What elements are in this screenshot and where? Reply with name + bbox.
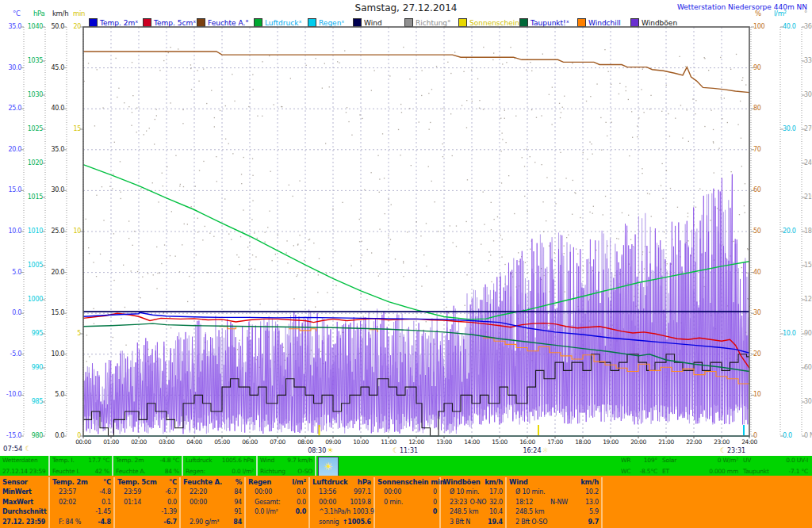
table-column-feuchte-a-: Feuchte A.%22:208400:0094912.90 g/m³84 [181, 477, 246, 528]
corner-time-label: 07:54 [3, 445, 23, 453]
table-row: F: 84 %-4.8 [52, 518, 111, 528]
table-cell-value: 0 [433, 488, 437, 498]
table-row: 00:001019.8 [312, 498, 371, 508]
table-cell-time: 13:56 [312, 488, 336, 498]
column-unit: l/m² [292, 477, 306, 488]
table-cell-time: 23:57 [52, 488, 76, 498]
column-unit: km/h [485, 477, 503, 488]
x-tick-label: 18:00 [575, 438, 591, 446]
x-tick-label: 04:00 [186, 438, 202, 446]
table-row: 13:56997.1 [312, 488, 371, 498]
current-values-bar-right: WR109°WC-8.5°CSolar0 W/m²ET0.000 mmUV0.0… [619, 456, 810, 476]
infobar-row: Feuchte I.42 % [52, 468, 109, 476]
table-row: Gesamt:0.0 [248, 498, 306, 508]
table-row: ^3.1hPa/h1003.9 [312, 507, 371, 518]
infobar-label: 27.12.14 23:59 [2, 468, 46, 476]
infobar-label: Luftdruck [186, 457, 213, 465]
table-cell-value: 0 [433, 507, 437, 518]
axis-rail-hpa [42, 27, 45, 436]
table-row: 00:000.0 [248, 488, 306, 498]
table-cell-value: ↑1005.6 [343, 518, 371, 528]
table-cell-value: 1019.8 [350, 498, 371, 508]
table-cell-value: 0 [433, 498, 437, 508]
table-column-temp-2m: Temp. 2m°C23:57-4.802:020.1-1.45F: 84 %-… [50, 477, 115, 528]
x-tick-label: 21:00 [658, 438, 674, 446]
infobar-label: Feuchte I. [52, 468, 80, 476]
table-cell-value: 5.9 [589, 507, 599, 518]
moonrise-time: 07:54 ☾ [3, 445, 32, 453]
table-cell-value: 91 [234, 507, 242, 518]
table-column-luftdruck: LuftdruckhPa13:56997.100:001019.8^3.1hPa… [310, 477, 375, 528]
axis-event: 16:24☼ [523, 446, 548, 454]
table-cell-value: 84 [233, 518, 242, 528]
sun-icon: ☀ [327, 446, 333, 454]
table-cell-value: 19.4 [488, 518, 503, 528]
table-cell-value: 0.1 [102, 498, 111, 508]
x-tick-label: 05:00 [214, 438, 230, 446]
infobar-value: 0.0 UV-I [786, 457, 808, 465]
table-row: sonnig↑1005.6 [312, 518, 371, 528]
table-cell-value: -6.7 [165, 488, 177, 498]
table-row: 22:2084 [183, 488, 242, 498]
x-tick-label: 02:00 [131, 438, 147, 446]
table-sensor-column: SensorMinWertMaxWertDurchschnitt27.12. 2… [0, 477, 50, 528]
table-cell-time [117, 507, 124, 518]
table-cell-time: 02:02 [52, 498, 76, 508]
table-row: 91 [183, 507, 242, 518]
table-cell-time: 248.5 km [509, 507, 544, 518]
infobar-row: Feuchte A.84 % [116, 468, 179, 476]
table-cell-time: 248.5 km [443, 507, 478, 518]
infobar-label: Feuchte A. [116, 468, 145, 476]
table-row: -6.7 [117, 518, 177, 528]
infobar-value: -8.5°C [640, 468, 657, 476]
infobar-row: Wind9.7 km/h [260, 457, 312, 465]
table-row: Ø 10 min.17.0 [443, 488, 503, 498]
table-cell-time: 00:00 [377, 488, 401, 498]
column-unit: km/h [580, 477, 599, 488]
table-cell-value: 0.0 [295, 507, 306, 518]
x-tick-label: 15:00 [492, 438, 508, 446]
column-unit: hPa [358, 477, 371, 488]
table-column-header: Windkm/h [509, 477, 599, 488]
x-tick-label: 00:00 [75, 438, 91, 446]
infobar-row: Wetterdaten [2, 457, 46, 465]
infobar-value: 9.7 km/h [287, 457, 312, 465]
x-tick-label: 13:00 [436, 438, 452, 446]
table-cell-time: 00:00 [312, 498, 336, 508]
x-tick-label: 06:00 [242, 438, 258, 446]
infobar-label: Wind [260, 457, 274, 465]
infobar-cell: Temp. I.17.7 °CFeuchte I.42 % [50, 456, 113, 476]
axis-rail-dir [802, 27, 805, 436]
infobar-row: WR109° [621, 457, 657, 465]
infobar-row: Temp. 2m-4.8 °C [116, 457, 179, 465]
table-cell-time: Ø 10 min. [443, 488, 479, 498]
x-tick-label: 16:00 [519, 438, 535, 446]
table-column-header: Temp. 5cm°C [117, 477, 177, 488]
table-cell-value: 9.7 [588, 518, 599, 528]
sun-pale-icon: ☼ [542, 446, 548, 454]
table-row: 3 Bft N19.4 [443, 518, 503, 528]
table-cell-time: 01:14 [117, 498, 141, 508]
infobar-label: Temp. 2m [116, 457, 144, 465]
column-title: Regen [248, 477, 271, 488]
infobar-row: WC-8.5°C [621, 468, 657, 476]
table-cell-value: -4.8 [99, 488, 111, 498]
infobar-label: Richtung [260, 468, 285, 476]
moon-icon: ☾ [720, 446, 726, 454]
table-column-header: Regenl/m² [248, 477, 306, 488]
table-cell-time: 22:20 [183, 488, 207, 498]
table-cell-time: 00:00 [183, 498, 207, 508]
infobar-value: -4.8 °C [159, 457, 179, 465]
table-cell-value: 0.0 [297, 498, 306, 508]
table-cell-time: 18:12 [509, 498, 533, 508]
sun-moon-time: 16:24 [523, 447, 541, 454]
statistics-table: SensorMinWertMaxWertDurchschnitt27.12. 2… [0, 476, 812, 528]
table-cell-time: ^3.1hPa/h [312, 507, 350, 518]
infobar-value: -7.1 °C [788, 468, 808, 476]
table-row: 01:140.0 [117, 498, 177, 508]
x-tick-label: 09:00 [325, 438, 341, 446]
infobar-value: 0 W/m² [718, 457, 738, 465]
table-cell-time: sonnig [312, 518, 339, 528]
table-row-label: MaxWert [2, 498, 46, 508]
axis-event: ☾23:31 [720, 446, 745, 454]
